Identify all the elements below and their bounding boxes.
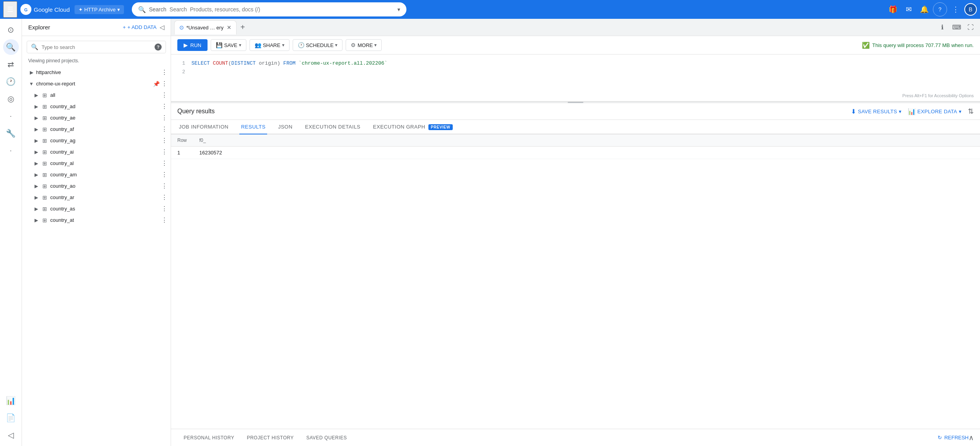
hamburger-icon[interactable]: ☰ (3, 1, 17, 18)
tree-item-httparchive[interactable]: ▶ httparchive ⋮ (22, 67, 171, 78)
icon-sidebar: ⊙ 🔍 ⇄ 🕐 ◎ • 🔧 • 📊 📄 ◁ (0, 19, 22, 446)
sidebar-icon-history[interactable]: 🕐 (3, 74, 19, 89)
chevron-right-icon: ▶ (33, 206, 39, 212)
code-line-2: 2 (177, 68, 974, 76)
more-vert-icon[interactable]: ⋮ (161, 103, 168, 110)
google-cloud-logo: G Google Cloud (20, 4, 70, 15)
bottom-bar: PERSONAL HISTORY PROJECT HISTORY SAVED Q… (171, 429, 980, 446)
tree-item-country-at[interactable]: ▶ ⊞ country_at ⋮ (22, 214, 171, 226)
chevron-right-icon: ▶ (33, 138, 39, 143)
more-vert-icon[interactable]: ⋮ (161, 114, 168, 121)
tab-project-history[interactable]: PROJECT HISTORY (240, 429, 300, 446)
tree-item-country-as[interactable]: ▶ ⊞ country_as ⋮ (22, 203, 171, 214)
search-icon: 🔍 (138, 6, 146, 13)
tree-item-country-af[interactable]: ▶ ⊞ country_af ⋮ (22, 123, 171, 135)
refresh-button[interactable]: ↻ REFRESH (938, 435, 969, 441)
more-vert-icon[interactable]: ⋮ (161, 69, 168, 76)
more-vert-icon[interactable]: ⋮ (949, 2, 963, 16)
more-vert-icon[interactable]: ⋮ (161, 171, 168, 178)
email-icon[interactable]: ✉ (902, 2, 916, 16)
more-vert-icon[interactable]: ⋮ (161, 148, 168, 156)
tree-item-country-am[interactable]: ▶ ⊞ country_am ⋮ (22, 169, 171, 180)
tree-item-country-ai[interactable]: ▶ ⊞ country_ai ⋮ (22, 146, 171, 158)
results-actions: ⬇ SAVE RESULTS ▾ 📊 EXPLORE DATA ▾ ⇅ (851, 107, 974, 116)
tree-item-country-ao[interactable]: ▶ ⊞ country_ao ⋮ (22, 180, 171, 192)
tab-execution-details[interactable]: EXECUTION DETAILS (304, 120, 362, 134)
more-vert-icon[interactable]: ⋮ (161, 91, 168, 99)
sidebar-icon-search[interactable]: 🔍 (3, 39, 19, 55)
add-tab-button[interactable]: + (237, 22, 248, 33)
sidebar-icon-explore[interactable]: ◎ (3, 91, 19, 107)
more-vert-icon[interactable]: ⋮ (161, 194, 168, 201)
pinned-projects-label: Viewing pinned projects. (22, 56, 171, 67)
search-chevron-icon[interactable]: ▾ (397, 6, 400, 13)
save-results-button[interactable]: ⬇ SAVE RESULTS ▾ (851, 108, 902, 115)
sidebar-icon-wrench[interactable]: 🔧 (3, 125, 19, 141)
sidebar-collapse-icon[interactable]: ◁ (3, 427, 19, 443)
more-vert-icon[interactable]: ⋮ (161, 137, 168, 144)
add-data-button[interactable]: + + ADD DATA (123, 24, 157, 30)
collapse-bottom-button[interactable]: ∧ (969, 433, 974, 442)
share-button[interactable]: 👥 SHARE ▾ (250, 39, 290, 51)
avatar[interactable]: B (964, 3, 977, 16)
more-vert-icon[interactable]: ⋮ (161, 160, 168, 167)
explorer-search-icon: 🔍 (31, 44, 38, 51)
cell-empty (228, 147, 980, 159)
project-selector[interactable]: ✦ HTTP Archive ▾ (75, 5, 124, 14)
collapse-explorer-button[interactable]: ◁ (160, 24, 164, 31)
info-icon[interactable]: ℹ (936, 21, 949, 34)
tab-saved-queries[interactable]: SAVED QUERIES (300, 429, 353, 446)
more-vert-icon[interactable]: ⋮ (161, 182, 168, 190)
play-icon: ▶ (184, 42, 188, 48)
tree-item-chrome-ux-report[interactable]: ▼ chrome-ux-report 📌 ⋮ (22, 78, 171, 89)
more-vert-icon[interactable]: ⋮ (161, 216, 168, 224)
query-tab[interactable]: ⊙ *Unsaved … ery ✕ (174, 20, 237, 34)
sidebar-icon-chart[interactable]: 📊 (3, 393, 19, 408)
fullscreen-icon[interactable]: ⛶ (964, 21, 977, 34)
tree-item-all[interactable]: ▶ ⊞ all ⋮ (22, 89, 171, 101)
sidebar-icon-dashboard[interactable]: ⊙ (3, 22, 19, 38)
schedule-button[interactable]: 🕐 SCHEDULE ▾ (293, 39, 343, 51)
tab-personal-history[interactable]: PERSONAL HISTORY (177, 429, 240, 446)
tree-item-country-ar[interactable]: ▶ ⊞ country_ar ⋮ (22, 192, 171, 203)
share-icon: 👥 (255, 42, 261, 48)
more-vert-icon[interactable]: ⋮ (161, 205, 168, 212)
chevron-down-icon: ▾ (282, 42, 284, 48)
cell-value: 16230572 (193, 147, 228, 159)
explore-data-button[interactable]: 📊 EXPLORE DATA ▾ (908, 108, 962, 115)
tab-json[interactable]: JSON (277, 120, 294, 134)
close-tab-icon[interactable]: ✕ (227, 24, 231, 31)
tree-item-country-ag[interactable]: ▶ ⊞ country_ag ⋮ (22, 135, 171, 146)
tree-item-country-ad[interactable]: ▶ ⊞ country_ad ⋮ (22, 101, 171, 112)
table-icon: ⊞ (42, 103, 47, 110)
tab-job-information[interactable]: JOB INFORMATION (177, 120, 230, 134)
sidebar-icon-transfer[interactable]: ⇄ (3, 56, 19, 72)
tree-item-country-ae[interactable]: ▶ ⊞ country_ae ⋮ (22, 112, 171, 123)
chevron-down-icon: ▾ (117, 7, 120, 13)
save-button[interactable]: 💾 SAVE ▾ (211, 39, 246, 51)
more-button[interactable]: ⚙ MORE ▾ (346, 39, 382, 51)
refresh-label: REFRESH (944, 435, 969, 441)
expand-results-button[interactable]: ⇅ (968, 107, 974, 116)
explorer-help-icon[interactable]: ? (155, 44, 162, 51)
nav-icons: 🎁 ✉ 🔔 ? ⋮ B (886, 2, 977, 16)
tree-item-country-al[interactable]: ▶ ⊞ country_al ⋮ (22, 158, 171, 169)
more-label: MORE (357, 42, 373, 48)
gift-icon[interactable]: 🎁 (886, 2, 900, 16)
search-input[interactable] (169, 6, 393, 13)
bell-icon[interactable]: 🔔 (917, 2, 931, 16)
tab-results[interactable]: RESULTS (239, 120, 267, 134)
explorer-search-input[interactable] (42, 44, 151, 50)
col-header-row: Row (171, 134, 193, 147)
editor-content[interactable]: 1 SELECT COUNT(DISTINCT origin) FROM `ch… (171, 54, 980, 81)
sidebar-icon-doc[interactable]: 📄 (3, 410, 19, 426)
more-vert-icon[interactable]: ⋮ (161, 80, 168, 87)
editor-area[interactable]: 1 SELECT COUNT(DISTINCT origin) FROM `ch… (171, 54, 980, 102)
keyboard-icon[interactable]: ⌨ (950, 21, 963, 34)
tab-execution-graph[interactable]: EXECUTION GRAPH PREVIEW (372, 120, 454, 134)
refresh-icon: ↻ (938, 435, 942, 441)
help-icon[interactable]: ? (933, 2, 947, 16)
table-row: 1 16230572 (171, 147, 980, 159)
more-vert-icon[interactable]: ⋮ (161, 125, 168, 133)
run-button[interactable]: ▶ RUN (177, 39, 208, 51)
